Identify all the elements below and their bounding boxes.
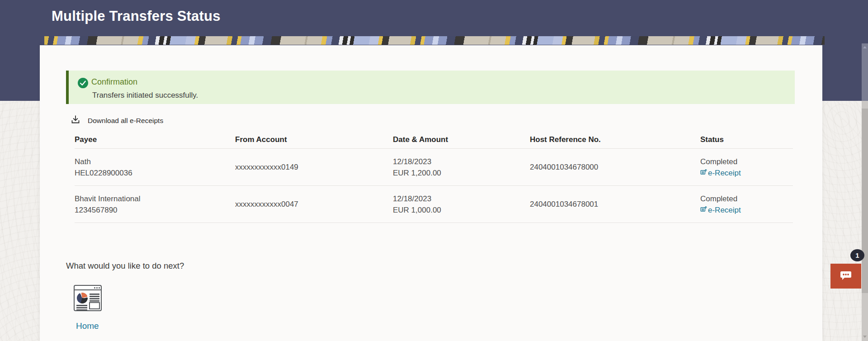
confirmation-title: Confirmation [91, 77, 137, 87]
chat-unread-badge: 1 [850, 249, 864, 261]
transfer-amount: EUR 1,000.00 [393, 204, 530, 216]
payee-name: Bhavit International [75, 193, 235, 204]
scrollbar-thumb[interactable] [862, 109, 868, 293]
host-reference-cell: 2404001034678000 [530, 161, 700, 173]
column-header-host-reference: Host Reference No. [530, 135, 700, 144]
table-header-row: Payee From Account Date & Amount Host Re… [75, 131, 793, 149]
table-row: Nath HEL0228900036 xxxxxxxxxxxx0149 12/1… [75, 149, 793, 186]
status-cell: Completed e-Receipt [700, 193, 793, 216]
chat-launcher-button[interactable] [830, 264, 861, 289]
e-receipt-label: e-Receipt [708, 204, 741, 216]
e-receipt-icon [700, 167, 707, 179]
column-header-from-account: From Account [235, 135, 393, 144]
home-shortcut[interactable]: Home [74, 285, 123, 331]
status-text: Completed [700, 193, 793, 204]
scrollbar-down-arrow[interactable] [863, 336, 867, 338]
decorative-banner-strip [44, 36, 825, 45]
e-receipt-icon [700, 204, 707, 216]
home-icon-titlebar [75, 286, 101, 290]
payee-id: HEL0228900036 [75, 167, 235, 179]
e-receipt-link[interactable]: e-Receipt [700, 204, 741, 216]
page-title: Multiple Transfers Status [52, 8, 221, 24]
next-steps-prompt: What would you like to do next? [66, 261, 184, 271]
confirmation-banner: Confirmation Transfers initiated success… [66, 71, 795, 104]
status-text: Completed [700, 156, 793, 167]
download-all-label: Download all e-Receipts [88, 117, 163, 125]
scrollbar-up-arrow[interactable] [863, 46, 867, 48]
download-icon [71, 115, 80, 127]
transfer-date: 12/18/2023 [393, 156, 530, 167]
column-header-status: Status [700, 135, 793, 144]
home-link[interactable]: Home [76, 321, 123, 331]
content-card: Confirmation Transfers initiated success… [40, 45, 822, 341]
transfers-status-table: Payee From Account Date & Amount Host Re… [75, 131, 793, 223]
chat-bubble-icon [838, 269, 854, 284]
home-icon-panel [89, 302, 100, 309]
download-all-receipts-link[interactable]: Download all e-Receipts [71, 114, 163, 128]
confirmation-message: Transfers initiated successfully. [92, 91, 198, 100]
date-amount-cell: 12/18/2023 EUR 1,000.00 [393, 193, 530, 216]
payee-name: Nath [75, 156, 235, 167]
transfer-amount: EUR 1,200.00 [393, 167, 530, 179]
payee-cell: Bhavit International 1234567890 [75, 193, 235, 216]
from-account-cell: xxxxxxxxxxxx0047 [235, 199, 393, 210]
e-receipt-link[interactable]: e-Receipt [700, 167, 741, 179]
scrollbar-track[interactable] [862, 43, 868, 101]
transfer-date: 12/18/2023 [393, 193, 530, 204]
payee-id: 1234567890 [75, 204, 235, 216]
date-amount-cell: 12/18/2023 EUR 1,200.00 [393, 156, 530, 179]
success-check-icon [78, 78, 88, 88]
e-receipt-label: e-Receipt [708, 167, 741, 179]
page: Multiple Transfers Status Confirmation T… [0, 0, 868, 341]
host-reference-cell: 2404001034678001 [530, 199, 700, 210]
table-row: Bhavit International 1234567890 xxxxxxxx… [75, 186, 793, 223]
home-icon[interactable] [74, 285, 102, 311]
status-cell: Completed e-Receipt [700, 156, 793, 179]
column-header-payee: Payee [75, 135, 235, 144]
column-header-date-amount: Date & Amount [393, 135, 530, 144]
pie-chart-glyph [76, 292, 89, 304]
payee-cell: Nath HEL0228900036 [75, 156, 235, 179]
from-account-cell: xxxxxxxxxxxx0149 [235, 161, 393, 173]
